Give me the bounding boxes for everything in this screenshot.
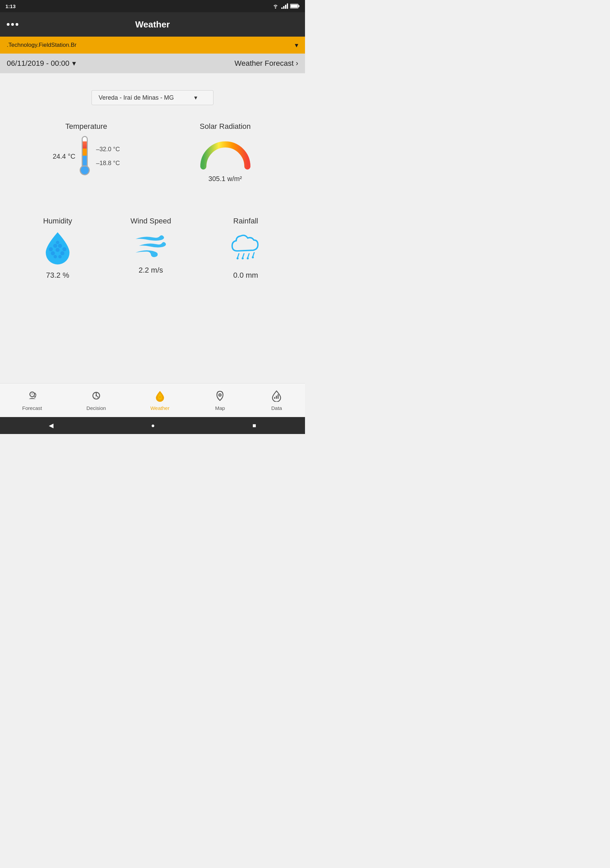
wind-icon bbox=[134, 231, 168, 261]
nav-label-weather: Weather bbox=[150, 405, 169, 411]
svg-point-25 bbox=[252, 256, 254, 258]
thermo-readings: –32.0 °C –18.8 °C bbox=[96, 146, 120, 167]
nav-item-decision[interactable]: Decision bbox=[87, 390, 106, 411]
svg-point-12 bbox=[51, 251, 55, 255]
svg-rect-2 bbox=[283, 6, 285, 9]
data-icon bbox=[271, 390, 283, 403]
svg-rect-36 bbox=[277, 394, 279, 399]
svg-point-31 bbox=[159, 396, 161, 398]
station-name: .Technology.FieldStation.Br bbox=[7, 42, 77, 48]
solar-label: Solar Radiation bbox=[200, 122, 251, 131]
station-chevron: ▾ bbox=[295, 41, 298, 49]
nav-label-forecast: Forecast bbox=[22, 405, 42, 411]
svg-point-0 bbox=[275, 8, 276, 9]
svg-point-23 bbox=[242, 257, 244, 259]
android-back-button[interactable]: ◀ bbox=[49, 422, 54, 429]
temperature-label: Temperature bbox=[65, 122, 107, 131]
android-recent-button[interactable]: ■ bbox=[252, 422, 256, 429]
main-content: Vereda - Iraí de Minas - MG ▾ Temperatur… bbox=[0, 73, 305, 293]
svg-rect-4 bbox=[287, 3, 288, 9]
thermometer-container: 24.4 °C –32.0 °C –18.8 °C bbox=[53, 136, 120, 177]
weather-forecast-link[interactable]: Weather Forecast › bbox=[234, 59, 298, 68]
thermo-tube bbox=[82, 136, 88, 166]
battery-icon bbox=[290, 3, 300, 9]
rainfall-card: Rainfall 0.0 mm bbox=[229, 217, 263, 280]
humidity-label: Humidity bbox=[43, 217, 72, 225]
dot-3 bbox=[15, 23, 18, 26]
forecast-icon bbox=[26, 390, 38, 403]
date-bar: 06/11/2019 - 00:00 ▾ Weather Forecast › bbox=[0, 54, 305, 73]
android-home-button[interactable]: ● bbox=[151, 422, 155, 429]
app-title: Weather bbox=[135, 19, 170, 30]
nav-label-decision: Decision bbox=[87, 405, 106, 411]
location-chevron: ▾ bbox=[194, 94, 197, 101]
svg-point-9 bbox=[53, 244, 57, 248]
temp-min: –18.8 °C bbox=[96, 160, 120, 167]
svg-point-13 bbox=[56, 248, 60, 252]
status-icons bbox=[272, 3, 300, 9]
location-label: Vereda - Iraí de Minas - MG bbox=[99, 94, 174, 101]
signal-icon bbox=[281, 3, 288, 9]
solar-radiation-card: Solar Radiation bbox=[198, 122, 252, 183]
android-nav-bar: ◀ ● ■ bbox=[0, 417, 305, 434]
nav-item-map[interactable]: Map bbox=[214, 390, 226, 411]
bottom-nav: Forecast Decision bbox=[0, 383, 305, 417]
humidity-value: 73.2 % bbox=[46, 271, 70, 280]
svg-point-14 bbox=[60, 251, 64, 255]
wind-label: Wind Speed bbox=[130, 217, 171, 225]
svg-point-33 bbox=[219, 394, 221, 396]
status-bar: 1:13 bbox=[0, 0, 305, 12]
svg-line-19 bbox=[243, 254, 244, 258]
weather-icon bbox=[154, 390, 166, 403]
svg-point-22 bbox=[237, 257, 238, 259]
sensor-grid-top: Temperature 24.4 °C –32.0 °C –18.8 °C bbox=[0, 115, 305, 189]
temp-current: 24.4 °C bbox=[53, 153, 75, 160]
svg-point-30 bbox=[96, 395, 97, 396]
dot-2 bbox=[11, 23, 14, 26]
svg-point-17 bbox=[56, 241, 59, 244]
nav-item-data[interactable]: Data bbox=[271, 390, 283, 411]
svg-rect-1 bbox=[281, 8, 283, 9]
map-icon bbox=[214, 390, 226, 403]
svg-rect-7 bbox=[291, 5, 298, 8]
svg-point-8 bbox=[49, 247, 53, 251]
wifi-icon bbox=[272, 3, 279, 9]
rainfall-label: Rainfall bbox=[233, 217, 258, 225]
menu-dots[interactable] bbox=[7, 23, 18, 26]
nav-item-forecast[interactable]: Forecast bbox=[22, 390, 42, 411]
thermo-fill-blue bbox=[83, 156, 87, 166]
nav-label-map: Map bbox=[215, 405, 225, 411]
svg-point-15 bbox=[54, 255, 57, 258]
app-header: Weather bbox=[0, 12, 305, 37]
location-row: Vereda - Iraí de Minas - MG ▾ bbox=[0, 90, 305, 105]
temperature-card: Temperature 24.4 °C –32.0 °C –18.8 °C bbox=[53, 122, 120, 177]
svg-rect-3 bbox=[285, 5, 286, 9]
thermo-fill-orange bbox=[83, 149, 87, 156]
rainfall-icon bbox=[229, 231, 263, 266]
location-dropdown[interactable]: Vereda - Iraí de Minas - MG ▾ bbox=[91, 90, 214, 105]
wind-value: 2.2 m/s bbox=[139, 266, 163, 274]
rainfall-value: 0.0 mm bbox=[233, 271, 258, 280]
svg-line-18 bbox=[238, 254, 239, 258]
nav-item-weather[interactable]: Weather bbox=[150, 390, 169, 411]
humidity-card: Humidity bbox=[42, 217, 73, 280]
solar-gauge bbox=[198, 140, 252, 170]
svg-rect-35 bbox=[276, 396, 277, 399]
date-value: 06/11/2019 - 00:00 bbox=[7, 59, 70, 68]
date-chevron: ▾ bbox=[72, 59, 76, 68]
wind-speed-card: Wind Speed 2.2 m/s bbox=[130, 217, 171, 274]
dot-1 bbox=[7, 23, 9, 26]
humidity-icon bbox=[42, 231, 73, 266]
solar-gauge-svg bbox=[198, 140, 252, 170]
svg-line-20 bbox=[248, 254, 249, 258]
svg-point-16 bbox=[58, 255, 62, 258]
date-selector[interactable]: 06/11/2019 - 00:00 ▾ bbox=[7, 59, 76, 68]
svg-point-24 bbox=[247, 257, 249, 259]
thermo-bulb bbox=[80, 165, 90, 175]
temp-max: –32.0 °C bbox=[96, 146, 120, 153]
solar-value: 305.1 w/m² bbox=[208, 175, 242, 183]
station-bar[interactable]: .Technology.FieldStation.Br ▾ bbox=[0, 37, 305, 54]
status-time: 1:13 bbox=[5, 3, 15, 9]
svg-rect-34 bbox=[274, 397, 275, 399]
svg-rect-6 bbox=[299, 5, 300, 7]
